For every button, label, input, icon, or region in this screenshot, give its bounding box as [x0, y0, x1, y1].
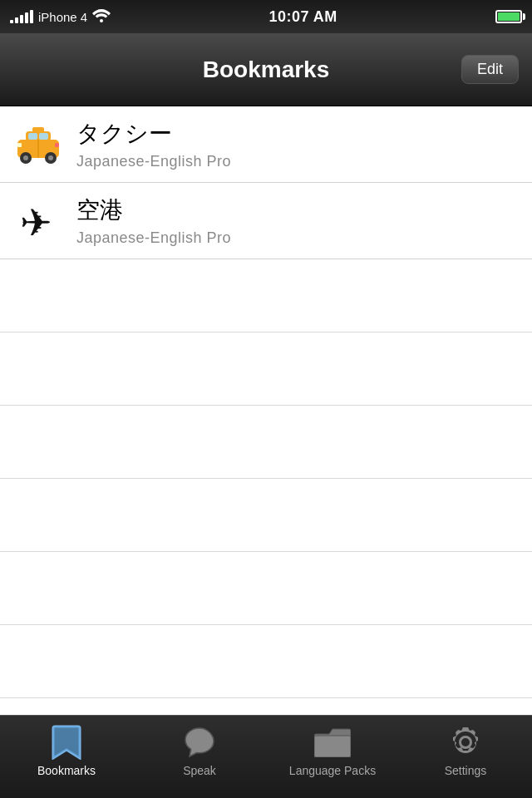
status-bar: iPhone 4 10:07 AM: [0, 0, 532, 33]
empty-row: [0, 332, 532, 406]
list-item[interactable]: タクシー Japanese-English Pro: [0, 106, 532, 183]
carrier-label: iPhone 4: [38, 10, 87, 24]
svg-rect-5: [39, 133, 48, 140]
status-time: 10:07 AM: [268, 8, 337, 26]
svg-rect-14: [314, 736, 351, 757]
signal-icon: [10, 10, 33, 23]
item-subtitle: Japanese-English Pro: [76, 229, 231, 247]
tab-label-speak: Speak: [183, 764, 216, 777]
bookmark-icon: [48, 724, 85, 761]
tab-bookmarks[interactable]: Bookmarks: [0, 724, 133, 777]
svg-rect-4: [28, 133, 37, 140]
list-item[interactable]: ✈ 空港 Japanese-English Pro: [0, 183, 532, 259]
empty-row: [0, 552, 532, 625]
list-item-text: 空港 Japanese-English Pro: [76, 195, 231, 247]
wifi-icon: [92, 9, 111, 25]
plane-icon: ✈: [13, 196, 63, 246]
svg-point-9: [48, 155, 53, 160]
tab-bar: Bookmarks Speak Language Packs Settings: [0, 715, 532, 798]
item-title: タクシー: [76, 118, 231, 150]
svg-rect-3: [32, 127, 44, 133]
bookmarks-list: タクシー Japanese-English Pro ✈ 空港 Japanese-…: [0, 106, 532, 715]
gear-icon: [447, 724, 484, 761]
empty-row: [0, 479, 532, 552]
folder-icon: [314, 724, 351, 761]
item-title: 空港: [76, 195, 231, 226]
speech-icon: [181, 724, 218, 761]
battery-area: [495, 10, 522, 23]
page-title: Bookmarks: [203, 57, 330, 83]
carrier-area: iPhone 4: [10, 9, 111, 25]
tab-speak[interactable]: Speak: [133, 724, 266, 777]
tab-label-settings: Settings: [445, 764, 487, 777]
battery-fill: [498, 12, 520, 21]
empty-row: [0, 259, 532, 332]
tab-language-packs[interactable]: Language Packs: [266, 724, 399, 777]
svg-rect-12: [55, 143, 59, 147]
svg-point-0: [100, 19, 103, 22]
item-subtitle: Japanese-English Pro: [76, 153, 231, 170]
tab-label-bookmarks: Bookmarks: [37, 764, 96, 777]
battery-icon: [495, 10, 522, 23]
list-item-text: タクシー Japanese-English Pro: [76, 118, 231, 170]
empty-row: [0, 406, 532, 479]
tab-settings[interactable]: Settings: [399, 724, 532, 777]
tab-label-langpacks: Language Packs: [289, 764, 376, 777]
edit-button[interactable]: Edit: [461, 55, 519, 84]
svg-rect-11: [17, 143, 22, 147]
taxi-icon: [13, 120, 63, 170]
svg-text:✈: ✈: [20, 201, 52, 243]
empty-row: [0, 625, 532, 698]
nav-bar: Bookmarks Edit: [0, 33, 532, 106]
svg-point-7: [23, 155, 28, 160]
